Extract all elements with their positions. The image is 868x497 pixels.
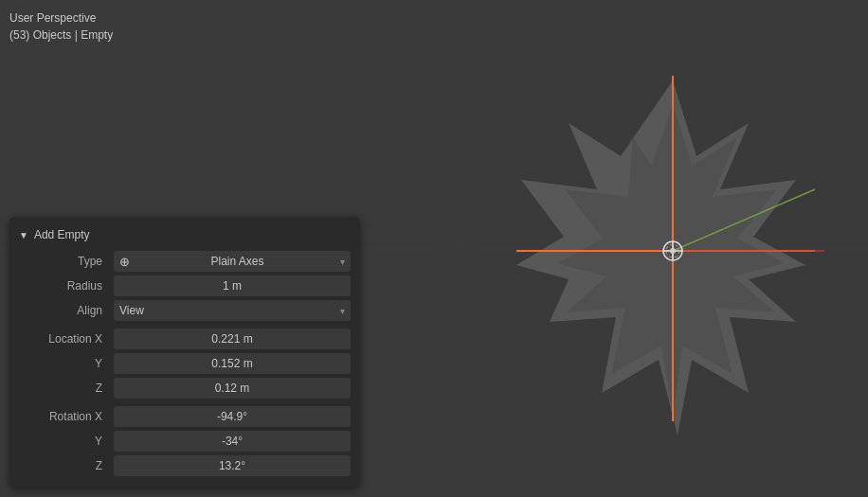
add-empty-panel: ▼ Add Empty Type ⊕ Plain Axes ▾ Radius 1… [9,217,360,488]
svg-point-24 [670,248,676,254]
location-x-row: Location X 0.221 m [9,327,360,351]
location-y-label: Y [19,357,114,370]
radius-value: 1 m [223,279,242,293]
panel-header: ▼ Add Empty [9,224,360,249]
type-row: Type ⊕ Plain Axes ▾ [9,249,360,274]
panel-collapse-arrow[interactable]: ▼ [19,230,28,240]
rotation-z-label: Z [19,459,114,472]
location-x-label: Location X [19,332,114,346]
rotation-x-input[interactable]: -94.9° [114,406,351,427]
type-select[interactable]: ⊕ Plain Axes ▾ [114,251,351,272]
type-select-value: Plain Axes [210,255,263,268]
radius-row: Radius 1 m [9,274,360,298]
rotation-z-value: 13.2° [219,459,245,472]
viewport-title-line2: (53) Objects | Empty [9,27,113,44]
align-label: Align [19,304,114,317]
rotation-y-label: Y [19,435,114,448]
location-z-label: Z [19,382,114,395]
viewport[interactable]: User Perspective (53) Objects | Empty ▼ … [0,0,868,497]
align-dropdown-icon: ▾ [340,306,345,316]
rotation-y-row: Y -34° [9,429,360,453]
radius-label: Radius [19,279,114,293]
location-y-value: 0.152 m [211,357,252,370]
align-select-value: View [119,304,144,317]
type-label: Type [19,255,114,268]
location-x-input[interactable]: 0.221 m [114,328,351,349]
location-y-row: Y 0.152 m [9,351,360,376]
rotation-z-input[interactable]: 13.2° [114,455,351,476]
rotation-y-value: -34° [222,435,243,448]
location-y-input[interactable]: 0.152 m [114,353,351,374]
rotation-x-row: Rotation X -94.9° [9,404,360,429]
rotation-x-label: Rotation X [19,410,114,423]
panel-title: Add Empty [34,228,90,241]
viewport-info: User Perspective (53) Objects | Empty [9,9,113,44]
type-select-icon: ⊕ [119,255,130,269]
rotation-x-value: -94.9° [217,410,247,423]
location-z-input[interactable]: 0.12 m [114,378,351,399]
location-z-row: Z 0.12 m [9,376,360,400]
align-row: Align View ▾ [9,298,360,323]
rotation-y-input[interactable]: -34° [114,431,351,452]
radius-input[interactable]: 1 m [114,275,351,296]
align-select[interactable]: View ▾ [114,300,351,321]
rotation-z-row: Z 13.2° [9,453,360,478]
location-z-value: 0.12 m [215,382,250,395]
viewport-title-line1: User Perspective [9,9,113,27]
type-dropdown-icon: ▾ [340,257,345,267]
location-x-value: 0.221 m [211,332,252,346]
